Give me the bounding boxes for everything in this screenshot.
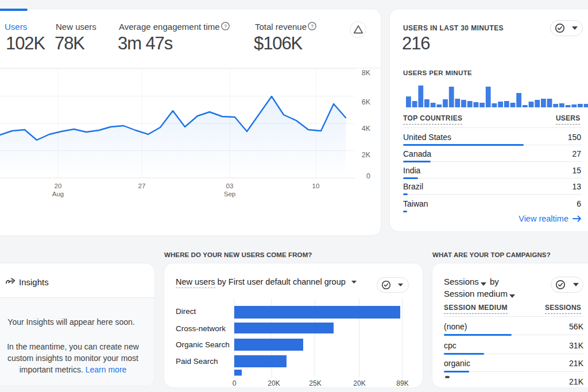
- svg-text:?: ?: [311, 24, 314, 29]
- svg-text:?: ?: [224, 24, 227, 29]
